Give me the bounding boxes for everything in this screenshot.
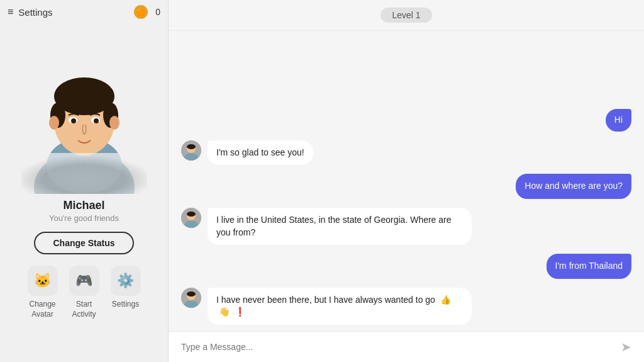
settings-action[interactable]: ⚙️ Settings xyxy=(111,266,141,319)
user-name: Michael xyxy=(63,199,104,212)
message-bubble-last: I have never been there, but I have alwa… xyxy=(208,288,472,325)
message-bubble-thailand: I'm from Thailand xyxy=(547,254,631,279)
svg-point-10 xyxy=(109,116,119,130)
sender-avatar xyxy=(181,140,201,161)
user-subtitle: You're good friends xyxy=(49,213,119,223)
message-bubble-hi: Hi xyxy=(606,109,631,132)
level-badge: Level 1 xyxy=(380,8,431,23)
send-icon[interactable]: ➤ xyxy=(621,339,631,354)
svg-point-13 xyxy=(71,118,76,123)
left-panel: ≡ Settings 🟠 0 xyxy=(0,0,169,362)
change-status-button[interactable]: Change Status xyxy=(34,232,133,254)
message-row: I have never been there, but I have alwa… xyxy=(181,288,631,325)
settings-icon: ⚙️ xyxy=(111,266,141,296)
message-row: Hi xyxy=(181,109,631,132)
message-bubble: I live in the United States, in the stat… xyxy=(208,208,472,245)
svg-point-6 xyxy=(58,79,111,107)
message-row: I'm so glad to see you! xyxy=(181,140,631,166)
avatar-container xyxy=(21,30,147,194)
svg-rect-15 xyxy=(21,153,147,194)
right-header: Level 1 xyxy=(169,0,644,31)
start-activity-icon: 🎮 xyxy=(69,266,99,296)
message-bubble: I'm so glad to see you! xyxy=(208,140,313,166)
left-header: ≡ Settings 🟠 0 xyxy=(0,0,168,24)
change-avatar-action[interactable]: 🐱 ChangeAvatar xyxy=(28,266,58,319)
svg-point-19 xyxy=(187,144,196,149)
svg-point-9 xyxy=(49,116,59,130)
chat-area: Hi I'm so glad to see you! How and where… xyxy=(169,31,644,331)
svg-point-23 xyxy=(187,212,196,217)
sender-avatar xyxy=(181,288,201,308)
sender-avatar xyxy=(181,208,201,228)
hamburger-icon[interactable]: ≡ xyxy=(8,6,13,18)
avatar-svg xyxy=(21,30,147,194)
svg-point-27 xyxy=(187,291,196,297)
start-activity-action[interactable]: 🎮 StartActivity xyxy=(69,266,99,319)
notification-count: 0 xyxy=(155,7,160,17)
message-row: How and where are you? xyxy=(181,174,631,199)
message-row: I'm from Thailand xyxy=(181,254,631,279)
settings-label-action: Settings xyxy=(112,300,139,310)
start-activity-label: StartActivity xyxy=(72,300,96,319)
message-row: I live in the United States, in the stat… xyxy=(181,208,631,245)
change-avatar-label: ChangeAvatar xyxy=(29,300,55,319)
settings-label: Settings xyxy=(18,7,129,18)
right-panel: Level 1 Hi I'm so glad to see you! How a… xyxy=(169,0,644,362)
svg-point-14 xyxy=(94,118,99,123)
actions-row: 🐱 ChangeAvatar 🎮 StartActivity ⚙️ Settin… xyxy=(28,266,141,319)
message-bubble: How and where are you? xyxy=(516,174,631,199)
change-avatar-icon: 🐱 xyxy=(28,266,58,296)
chat-input-row: ➤ xyxy=(169,331,644,362)
notification-badge: 🟠 xyxy=(134,5,148,19)
message-input[interactable] xyxy=(181,342,621,352)
